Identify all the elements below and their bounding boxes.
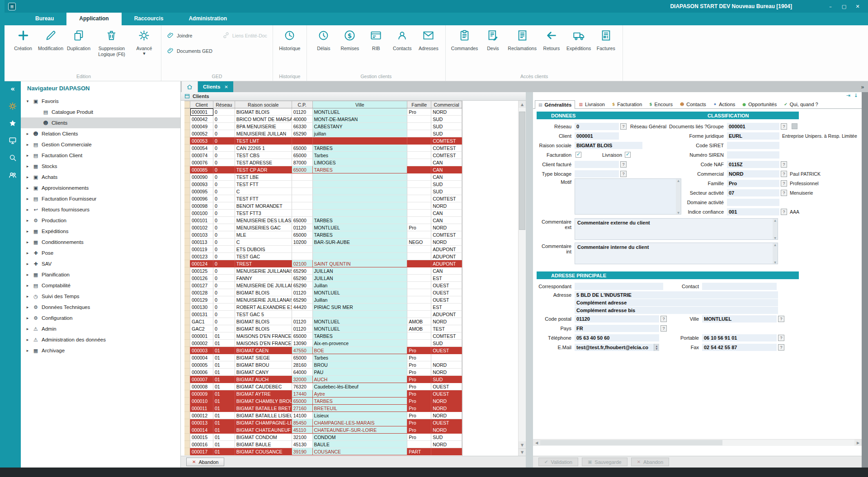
cell-famille[interactable] xyxy=(407,210,431,217)
cell-ville[interactable] xyxy=(313,202,408,210)
cell-reseau[interactable]: 0 xyxy=(213,108,235,116)
cell-client[interactable]: 000101 xyxy=(190,217,213,224)
table-row[interactable]: 000085 0 TEST CP ADR 65000 TARBES CAN xyxy=(184,166,462,173)
help-button[interactable]: ? xyxy=(781,209,787,215)
cell-cp[interactable] xyxy=(292,173,313,181)
motif-textarea[interactable] xyxy=(575,178,681,215)
cell-famille[interactable] xyxy=(407,289,431,296)
cell-famille[interactable]: Pro xyxy=(407,419,431,426)
cell-cp[interactable]: 45130 xyxy=(292,441,313,448)
help-button[interactable]: ? xyxy=(781,171,787,177)
expander-icon[interactable]: ▸ xyxy=(25,153,30,158)
cell-ville[interactable]: MONTLUEL xyxy=(313,108,408,116)
cell-client[interactable]: 000017 xyxy=(190,448,213,455)
tree-item[interactable]: ▸ ▣ Achats xyxy=(21,172,180,182)
tree-item[interactable]: ▾ ▣ Favoris xyxy=(21,96,180,107)
cell-reseau[interactable]: 0 xyxy=(213,289,235,296)
expander-icon[interactable]: ▸ xyxy=(25,131,30,136)
cell-commercial[interactable]: NORD xyxy=(431,426,462,434)
cell-raison-sociale[interactable]: TEST FTT xyxy=(235,195,292,202)
cell-commercial[interactable]: CAN xyxy=(431,166,462,173)
cell-famille[interactable] xyxy=(407,304,431,311)
cell-commercial[interactable]: OUEST xyxy=(431,390,462,398)
cell-cp[interactable] xyxy=(292,246,313,253)
col-reseau[interactable]: Réseau xyxy=(213,101,235,108)
search-icon[interactable] xyxy=(8,153,18,163)
cell-ville[interactable]: Tarbes xyxy=(313,354,408,361)
cell-famille[interactable]: Pro xyxy=(407,369,431,376)
cell-commercial[interactable]: NORD xyxy=(431,405,462,412)
cell-famille[interactable]: Pro xyxy=(407,390,431,398)
cell-reseau[interactable]: 01 xyxy=(213,354,235,361)
cell-reseau[interactable]: 01 xyxy=(213,426,235,434)
telephone-input[interactable]: 05 63 40 50 60 xyxy=(575,334,659,341)
groupe-input[interactable]: 000001 xyxy=(727,123,779,130)
cell-client[interactable]: 000130 xyxy=(190,304,213,311)
cell-raison-sociale[interactable]: TEST ADRESSE xyxy=(235,159,292,166)
col-famille[interactable]: Famille xyxy=(407,101,431,108)
cell-commercial[interactable]: CAN xyxy=(431,217,462,224)
cell-famille[interactable] xyxy=(407,441,431,448)
cell-reseau[interactable]: 0 xyxy=(213,173,235,181)
tree-item[interactable]: ▸ ⚙ Production xyxy=(21,215,180,226)
cell-ville[interactable]: CHATEAUNEUF-SUR-LOIRE xyxy=(313,426,408,434)
numero-siren-input[interactable] xyxy=(727,151,779,159)
adresse-line2-input[interactable]: Complément adresse xyxy=(575,299,778,306)
tree-item[interactable]: ▸ ⚙ Données Techniques xyxy=(21,302,180,313)
tree-item[interactable]: ▸ ▦ Expéditions xyxy=(21,226,180,237)
cell-commercial[interactable]: SUD xyxy=(431,123,462,130)
cell-ville[interactable]: Tarbes xyxy=(313,152,408,159)
cell-ville[interactable] xyxy=(313,137,408,145)
monitor-icon[interactable] xyxy=(8,136,18,145)
cell-ville[interactable]: Juillan xyxy=(313,296,408,304)
cell-ville[interactable]: JUILLAN xyxy=(313,267,408,275)
cell-ville[interactable]: BRETEUIL xyxy=(313,405,408,412)
cell-reseau[interactable]: 0 xyxy=(213,325,235,332)
cell-cp[interactable]: 65290 xyxy=(292,296,313,304)
ville-input[interactable]: MONTLUEL xyxy=(702,315,777,323)
cell-ville[interactable]: BROU xyxy=(313,361,408,369)
cell-raison-sociale[interactable]: BIGMAT AYTRE xyxy=(235,390,292,398)
cell-commercial[interactable]: SUD xyxy=(431,130,462,137)
tab-actions[interactable]: Actions xyxy=(710,100,739,108)
cell-commercial[interactable]: CAN xyxy=(431,173,462,181)
cell-famille[interactable] xyxy=(407,116,431,123)
table-row[interactable]: 000001 0 BIGMAT BLOIS 01120 MONTLUEL Pro… xyxy=(184,108,462,116)
pane-splitter[interactable] xyxy=(526,92,533,468)
tree-item[interactable]: ▸ ▤ Gestion Commerciale xyxy=(21,139,180,150)
cell-client[interactable]: 000126 xyxy=(190,275,213,282)
cell-client[interactable]: 000006 xyxy=(190,369,213,376)
cell-reseau[interactable]: 01 xyxy=(213,332,235,340)
table-row[interactable]: 000005 01 BIGMAT BROU 28160 BROU Pro NOR… xyxy=(184,361,462,369)
scrollbar-thumb[interactable] xyxy=(519,112,525,230)
cell-famille[interactable]: Pro xyxy=(407,398,431,405)
settings-gear-icon[interactable] xyxy=(8,101,18,111)
cell-cp[interactable]: 45110 xyxy=(292,426,313,434)
cell-ville[interactable]: juillan xyxy=(313,130,408,137)
table-row[interactable]: 000095 0 C SUD xyxy=(184,188,462,195)
cell-reseau[interactable]: 01 xyxy=(213,419,235,426)
expander-icon[interactable]: ▸ xyxy=(25,337,30,342)
cell-famille[interactable] xyxy=(407,267,431,275)
cell-client[interactable]: 000095 xyxy=(190,188,213,195)
fax-input[interactable]: 02 54 42 55 87 xyxy=(702,344,777,351)
table-row[interactable]: 000127 0 MENUISERIE DE JUILLAN 65290 Jui… xyxy=(184,282,462,289)
cell-client[interactable]: 000007 xyxy=(190,376,213,383)
expeditions-button[interactable]: Expéditions xyxy=(565,26,593,51)
cell-famille[interactable] xyxy=(407,173,431,181)
cell-commercial[interactable]: NORD xyxy=(431,361,462,369)
cell-cp[interactable]: 39190 xyxy=(292,448,313,455)
cell-raison-sociale[interactable]: BENOIT MORANDET xyxy=(235,202,292,210)
cell-cp[interactable]: 64000 xyxy=(292,369,313,376)
cell-reseau[interactable]: 0 xyxy=(213,246,235,253)
cell-famille[interactable] xyxy=(407,159,431,166)
cell-commercial[interactable]: NORD xyxy=(431,224,462,231)
cell-famille[interactable]: Pro xyxy=(407,405,431,412)
client-input[interactable]: 000001 xyxy=(575,132,619,140)
table-row[interactable]: 000002 01 MAISONS D'EN FRANCE 13090 Aix-… xyxy=(184,340,462,347)
table-row[interactable]: 000103 0 MLE 65000 TARBES COMTEST xyxy=(184,231,462,238)
cell-famille[interactable]: Pro xyxy=(407,434,431,441)
cell-cp[interactable]: 44420 xyxy=(292,304,313,311)
cell-client[interactable]: 000011 xyxy=(190,405,213,412)
cell-cp[interactable]: 65290 xyxy=(292,275,313,282)
